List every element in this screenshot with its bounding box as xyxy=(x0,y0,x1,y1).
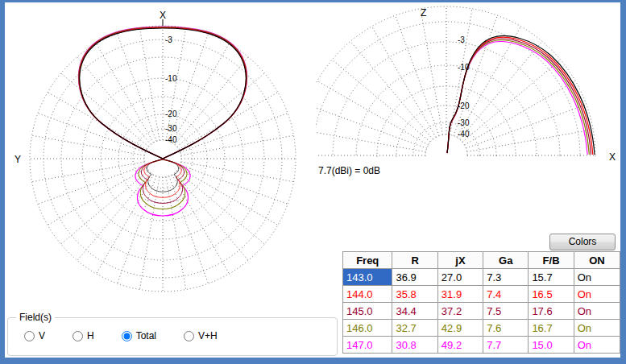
cell-jx: 49.2 xyxy=(437,337,483,354)
radio-field-total[interactable]: Total xyxy=(122,330,156,341)
application-window: X Y -3 -10 -20 -30 -40 Z X -3 -10 -20 -3… xyxy=(0,0,626,364)
scale-label: -20 xyxy=(165,110,177,118)
col-header-ga: Ga xyxy=(483,252,529,269)
cell-jx: 42.9 xyxy=(437,320,483,337)
table-row[interactable]: 143.0 36.9 27.0 7.3 15.7 On xyxy=(343,269,620,286)
right-axis-right-label: X xyxy=(609,151,616,163)
table-header-row: Freq R jX Ga F/B ON xyxy=(343,252,620,269)
pattern-curve-main-145.0 xyxy=(79,27,247,159)
cell-r: 34.4 xyxy=(392,303,437,320)
radio-input-vh[interactable] xyxy=(184,331,194,341)
radio-input-v[interactable] xyxy=(24,331,35,341)
table-row[interactable]: 145.0 34.4 37.2 7.5 17.6 On xyxy=(343,303,620,320)
elevation-pattern-plot: Z X -3 -10 -20 -30 -40 xyxy=(316,6,620,176)
pattern-curve-main-144.0 xyxy=(79,27,246,159)
scale-label: -10 xyxy=(165,74,177,83)
cell-fb: 16.5 xyxy=(529,286,574,303)
cell-on: On xyxy=(574,286,620,303)
radio-label-total: Total xyxy=(136,330,156,341)
scale-label: -3 xyxy=(458,35,465,44)
gain-reference-text: 7.7(dBi) = 0dB xyxy=(318,165,380,176)
cell-on: On xyxy=(574,303,620,320)
fields-group-label: Field(s) xyxy=(16,312,55,323)
cell-fb: 15.0 xyxy=(529,337,574,354)
cell-r: 30.8 xyxy=(392,337,437,354)
radio-label-v: V xyxy=(39,330,45,341)
cell-freq: 144.0 xyxy=(343,286,392,303)
pattern-curve-main-143.0 xyxy=(80,28,246,159)
cell-freq: 145.0 xyxy=(343,303,392,320)
fields-radio-row: V H Total V+H xyxy=(8,318,337,341)
radio-input-h[interactable] xyxy=(73,331,83,341)
cell-fb: 17.6 xyxy=(529,303,574,320)
cell-jx: 27.0 xyxy=(437,269,483,286)
col-header-freq: Freq xyxy=(343,252,392,269)
table-row[interactable]: 147.0 30.8 49.2 7.7 15.0 On xyxy=(343,337,620,354)
cell-ga: 7.3 xyxy=(483,269,529,286)
cell-on: On xyxy=(574,269,620,286)
azimuth-pattern-plot: X Y -3 -10 -20 -30 -40 xyxy=(11,10,316,309)
radio-label-h: H xyxy=(87,330,94,341)
scale-label: -40 xyxy=(165,135,177,144)
left-axis-top-label: X xyxy=(160,10,166,21)
cell-freq: 143.0 xyxy=(343,269,392,286)
cell-on: On xyxy=(574,337,620,354)
col-header-r: R xyxy=(392,252,437,269)
radio-label-vh: V+H xyxy=(198,330,218,341)
cell-freq: 146.0 xyxy=(343,320,392,337)
radio-input-total[interactable] xyxy=(122,331,132,341)
fields-groupbox: Field(s) V H Total V+H xyxy=(7,317,338,356)
cell-r: 35.8 xyxy=(392,286,437,303)
cell-r: 32.7 xyxy=(392,320,437,337)
radio-field-h[interactable]: H xyxy=(73,330,94,341)
radio-field-vh[interactable]: V+H xyxy=(184,330,218,341)
cell-ga: 7.6 xyxy=(483,320,529,337)
col-header-jx: jX xyxy=(437,252,483,269)
table-row[interactable]: 146.0 32.7 42.9 7.6 16.7 On xyxy=(343,320,620,337)
col-header-on: ON xyxy=(574,252,620,269)
scale-label: -30 xyxy=(165,124,177,133)
right-axis-top-label: Z xyxy=(421,7,426,19)
scale-label: -3 xyxy=(165,35,172,44)
scale-label: -20 xyxy=(458,101,470,110)
frequency-table: Freq R jX Ga F/B ON 143.0 36.9 27.0 7.3 … xyxy=(342,251,620,354)
table-row[interactable]: 144.0 35.8 31.9 7.4 16.5 On xyxy=(343,286,620,303)
cell-fb: 15.7 xyxy=(529,269,574,286)
cell-fb: 16.7 xyxy=(529,320,574,337)
scale-label: -10 xyxy=(458,63,470,72)
cell-jx: 31.9 xyxy=(437,286,483,303)
scale-label: -30 xyxy=(458,118,470,127)
cell-ga: 7.5 xyxy=(483,303,529,320)
cell-ga: 7.7 xyxy=(483,337,529,354)
cell-freq: 147.0 xyxy=(343,337,392,354)
cell-ga: 7.4 xyxy=(483,286,529,303)
left-axis-left-label: Y xyxy=(15,154,21,165)
cell-r: 36.9 xyxy=(392,269,437,286)
col-header-fb: F/B xyxy=(529,252,574,269)
radio-field-v[interactable]: V xyxy=(24,330,45,341)
cell-on: On xyxy=(574,320,620,337)
colors-button[interactable]: Colors xyxy=(549,234,616,250)
cell-jx: 37.2 xyxy=(437,303,483,320)
pattern-curve-main-146.0 xyxy=(79,27,247,159)
scale-label: -40 xyxy=(458,130,470,139)
